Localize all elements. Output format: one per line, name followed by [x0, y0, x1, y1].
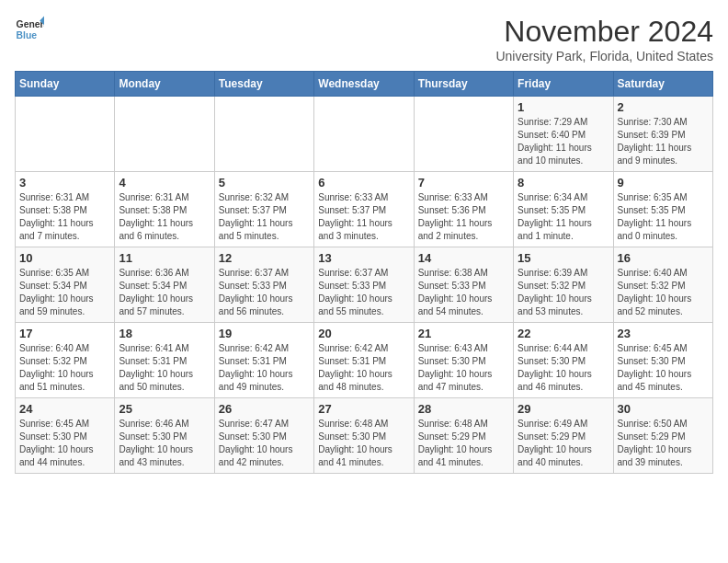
- day-number: 6: [318, 176, 409, 190]
- day-info: Sunrise: 7:30 AM Sunset: 6:39 PM Dayligh…: [618, 116, 709, 167]
- day-number: 28: [418, 402, 509, 416]
- calendar-cell: 17Sunrise: 6:40 AM Sunset: 5:32 PM Dayli…: [16, 323, 115, 398]
- calendar-table: SundayMondayTuesdayWednesdayThursdayFrid…: [15, 71, 713, 474]
- day-number: 26: [219, 402, 310, 416]
- day-number: 1: [518, 100, 609, 114]
- day-info: Sunrise: 6:40 AM Sunset: 5:32 PM Dayligh…: [19, 342, 110, 394]
- week-row-2: 10Sunrise: 6:35 AM Sunset: 5:34 PM Dayli…: [16, 247, 713, 323]
- day-number: 13: [318, 251, 409, 265]
- header-thursday: Thursday: [414, 72, 513, 97]
- calendar-cell: 4Sunrise: 6:31 AM Sunset: 5:38 PM Daylig…: [115, 172, 214, 247]
- calendar-cell: [214, 97, 313, 172]
- day-info: Sunrise: 6:37 AM Sunset: 5:33 PM Dayligh…: [219, 267, 310, 318]
- day-info: Sunrise: 6:35 AM Sunset: 5:35 PM Dayligh…: [618, 191, 709, 243]
- day-number: 29: [518, 402, 609, 416]
- day-number: 10: [19, 251, 110, 265]
- calendar-cell: 26Sunrise: 6:47 AM Sunset: 5:30 PM Dayli…: [214, 398, 313, 474]
- day-info: Sunrise: 6:41 AM Sunset: 5:31 PM Dayligh…: [119, 342, 210, 394]
- day-number: 4: [119, 176, 210, 190]
- day-number: 16: [618, 251, 709, 265]
- day-info: Sunrise: 6:31 AM Sunset: 5:38 PM Dayligh…: [119, 191, 210, 243]
- header-saturday: Saturday: [613, 72, 712, 97]
- calendar-cell: 27Sunrise: 6:48 AM Sunset: 5:30 PM Dayli…: [314, 398, 414, 474]
- day-info: Sunrise: 7:29 AM Sunset: 6:40 PM Dayligh…: [518, 116, 609, 167]
- calendar-cell: 28Sunrise: 6:48 AM Sunset: 5:29 PM Dayli…: [414, 398, 513, 474]
- day-number: 18: [119, 327, 210, 340]
- day-number: 14: [418, 251, 509, 265]
- day-number: 30: [618, 402, 709, 416]
- calendar-cell: 15Sunrise: 6:39 AM Sunset: 5:32 PM Dayli…: [514, 247, 613, 323]
- svg-text:General: General: [17, 19, 44, 29]
- header: General Blue November 2024 University Pa…: [15, 15, 713, 63]
- day-info: Sunrise: 6:48 AM Sunset: 5:29 PM Dayligh…: [418, 418, 509, 469]
- day-number: 11: [119, 251, 210, 265]
- calendar-cell: 18Sunrise: 6:41 AM Sunset: 5:31 PM Dayli…: [115, 323, 214, 398]
- calendar-cell: 9Sunrise: 6:35 AM Sunset: 5:35 PM Daylig…: [613, 172, 712, 247]
- calendar-cell: 29Sunrise: 6:49 AM Sunset: 5:29 PM Dayli…: [514, 398, 613, 474]
- day-info: Sunrise: 6:40 AM Sunset: 5:32 PM Dayligh…: [618, 267, 709, 318]
- calendar-cell: 3Sunrise: 6:31 AM Sunset: 5:38 PM Daylig…: [16, 172, 115, 247]
- logo: General Blue: [15, 15, 44, 44]
- calendar-cell: 25Sunrise: 6:46 AM Sunset: 5:30 PM Dayli…: [115, 398, 214, 474]
- day-info: Sunrise: 6:34 AM Sunset: 5:35 PM Dayligh…: [518, 191, 609, 243]
- calendar-cell: 5Sunrise: 6:32 AM Sunset: 5:37 PM Daylig…: [214, 172, 313, 247]
- calendar-body: 1Sunrise: 7:29 AM Sunset: 6:40 PM Daylig…: [16, 97, 713, 474]
- day-info: Sunrise: 6:35 AM Sunset: 5:34 PM Dayligh…: [19, 267, 110, 318]
- calendar-cell: 16Sunrise: 6:40 AM Sunset: 5:32 PM Dayli…: [613, 247, 712, 323]
- calendar-cell: 10Sunrise: 6:35 AM Sunset: 5:34 PM Dayli…: [16, 247, 115, 323]
- day-number: 3: [19, 176, 110, 190]
- day-number: 5: [219, 176, 310, 190]
- day-info: Sunrise: 6:38 AM Sunset: 5:33 PM Dayligh…: [418, 267, 509, 318]
- week-row-1: 3Sunrise: 6:31 AM Sunset: 5:38 PM Daylig…: [16, 172, 713, 247]
- day-info: Sunrise: 6:39 AM Sunset: 5:32 PM Dayligh…: [518, 267, 609, 318]
- calendar-cell: [414, 97, 513, 172]
- calendar-cell: 30Sunrise: 6:50 AM Sunset: 5:29 PM Dayli…: [613, 398, 712, 474]
- calendar-cell: [16, 97, 115, 172]
- day-info: Sunrise: 6:33 AM Sunset: 5:36 PM Dayligh…: [418, 191, 509, 243]
- header-tuesday: Tuesday: [214, 72, 313, 97]
- day-info: Sunrise: 6:43 AM Sunset: 5:30 PM Dayligh…: [418, 342, 509, 394]
- calendar-cell: 20Sunrise: 6:42 AM Sunset: 5:31 PM Dayli…: [314, 323, 414, 398]
- week-row-4: 24Sunrise: 6:45 AM Sunset: 5:30 PM Dayli…: [16, 398, 713, 474]
- calendar-cell: 24Sunrise: 6:45 AM Sunset: 5:30 PM Dayli…: [16, 398, 115, 474]
- day-number: 19: [219, 327, 310, 340]
- header-monday: Monday: [115, 72, 214, 97]
- day-number: 22: [518, 327, 609, 340]
- day-info: Sunrise: 6:50 AM Sunset: 5:29 PM Dayligh…: [618, 418, 709, 469]
- header-sunday: Sunday: [16, 72, 115, 97]
- month-title: November 2024: [495, 15, 713, 49]
- day-info: Sunrise: 6:45 AM Sunset: 5:30 PM Dayligh…: [19, 418, 110, 469]
- day-info: Sunrise: 6:42 AM Sunset: 5:31 PM Dayligh…: [318, 342, 409, 394]
- header-friday: Friday: [514, 72, 613, 97]
- calendar-cell: 14Sunrise: 6:38 AM Sunset: 5:33 PM Dayli…: [414, 247, 513, 323]
- day-number: 25: [119, 402, 210, 416]
- calendar-cell: [115, 97, 214, 172]
- day-info: Sunrise: 6:31 AM Sunset: 5:38 PM Dayligh…: [19, 191, 110, 243]
- day-number: 20: [318, 327, 409, 340]
- calendar-cell: 8Sunrise: 6:34 AM Sunset: 5:35 PM Daylig…: [514, 172, 613, 247]
- calendar-cell: 11Sunrise: 6:36 AM Sunset: 5:34 PM Dayli…: [115, 247, 214, 323]
- location: University Park, Florida, United States: [495, 49, 713, 63]
- title-area: November 2024 University Park, Florida, …: [495, 15, 713, 63]
- calendar-header: SundayMondayTuesdayWednesdayThursdayFrid…: [16, 72, 713, 97]
- day-info: Sunrise: 6:32 AM Sunset: 5:37 PM Dayligh…: [219, 191, 310, 243]
- day-number: 24: [19, 402, 110, 416]
- calendar-cell: 12Sunrise: 6:37 AM Sunset: 5:33 PM Dayli…: [214, 247, 313, 323]
- day-info: Sunrise: 6:42 AM Sunset: 5:31 PM Dayligh…: [219, 342, 310, 394]
- day-info: Sunrise: 6:47 AM Sunset: 5:30 PM Dayligh…: [219, 418, 310, 469]
- svg-text:Blue: Blue: [17, 30, 38, 40]
- header-row: SundayMondayTuesdayWednesdayThursdayFrid…: [16, 72, 713, 97]
- header-wednesday: Wednesday: [314, 72, 414, 97]
- day-info: Sunrise: 6:44 AM Sunset: 5:30 PM Dayligh…: [518, 342, 609, 394]
- week-row-0: 1Sunrise: 7:29 AM Sunset: 6:40 PM Daylig…: [16, 97, 713, 172]
- calendar-cell: 23Sunrise: 6:45 AM Sunset: 5:30 PM Dayli…: [613, 323, 712, 398]
- day-number: 7: [418, 176, 509, 190]
- day-number: 2: [618, 100, 709, 114]
- day-number: 12: [219, 251, 310, 265]
- day-info: Sunrise: 6:36 AM Sunset: 5:34 PM Dayligh…: [119, 267, 210, 318]
- day-info: Sunrise: 6:37 AM Sunset: 5:33 PM Dayligh…: [318, 267, 409, 318]
- calendar-cell: 1Sunrise: 7:29 AM Sunset: 6:40 PM Daylig…: [514, 97, 613, 172]
- calendar-cell: [314, 97, 414, 172]
- day-info: Sunrise: 6:46 AM Sunset: 5:30 PM Dayligh…: [119, 418, 210, 469]
- week-row-3: 17Sunrise: 6:40 AM Sunset: 5:32 PM Dayli…: [16, 323, 713, 398]
